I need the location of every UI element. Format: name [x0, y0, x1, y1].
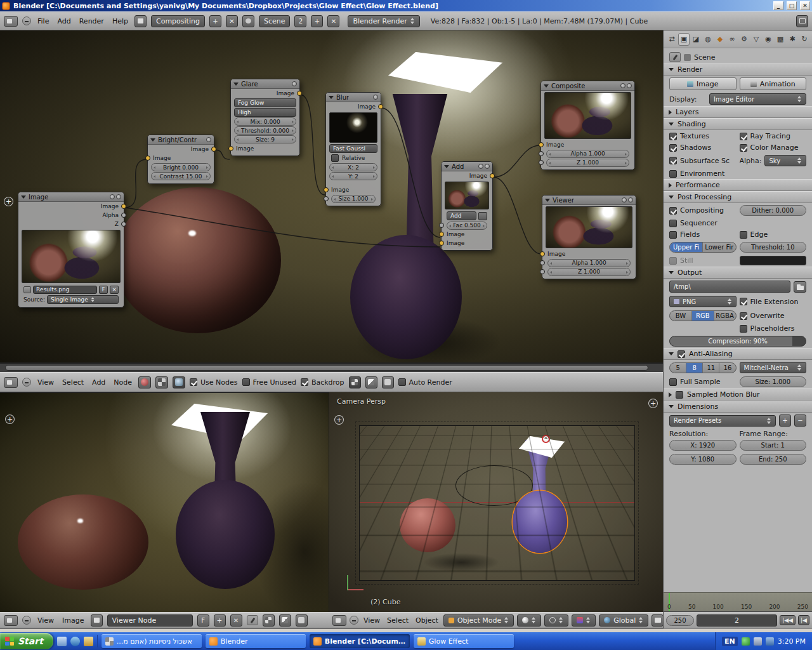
scrollbar-thumb[interactable]: [5, 365, 648, 371]
quick-launch-browser-icon[interactable]: [70, 637, 80, 646]
node-options-icon[interactable]: [628, 197, 633, 202]
display-dropdown[interactable]: Image Editor: [709, 93, 806, 105]
blur-filter-dropdown[interactable]: Fast Gaussi: [329, 144, 377, 153]
volume-icon[interactable]: [754, 637, 762, 646]
alpha-dropdown[interactable]: Sky: [764, 155, 806, 166]
texture-nodes-icon[interactable]: [155, 376, 168, 388]
collapse-icon[interactable]: [545, 199, 550, 202]
alpha-field[interactable]: Alpha 1.000: [546, 150, 629, 158]
use-nodes-checkbox[interactable]: Use Nodes: [190, 378, 238, 387]
fields-checkbox[interactable]: Fields: [669, 230, 700, 239]
clamp-toggle-icon[interactable]: [478, 212, 487, 220]
socket-image-output[interactable]: [211, 147, 216, 152]
socket-z-output[interactable]: [121, 222, 126, 227]
node-add[interactable]: Add Image Add Fac 0.500 Image Image: [441, 161, 493, 251]
glare-type-dropdown[interactable]: Fog Glow: [234, 98, 296, 107]
file-format-dropdown[interactable]: PNG: [669, 296, 737, 307]
anti-aliasing-checkbox[interactable]: [678, 350, 685, 358]
color-manage-checkbox[interactable]: Color Manage: [740, 143, 799, 152]
socket-alpha-input[interactable]: [539, 151, 544, 156]
resolution-y-field[interactable]: Y: 1080: [669, 454, 737, 465]
node-preview-toggle-icon[interactable]: [620, 83, 625, 88]
region-expand-button[interactable]: +: [5, 415, 15, 424]
motion-blur-checkbox[interactable]: [676, 391, 683, 399]
node-bright-contrast[interactable]: Bright/Contr Image Image Bright 0.000 Co…: [147, 135, 214, 184]
size-field[interactable]: Size: 9: [234, 135, 296, 143]
quick-launch-folder-icon[interactable]: [84, 637, 93, 646]
minimize-button[interactable]: _: [773, 1, 783, 10]
subsurface-checkbox[interactable]: Subsurface Sc: [669, 157, 730, 165]
socket-image-output[interactable]: [378, 104, 383, 109]
properties-tab-world[interactable]: ◍: [702, 33, 714, 46]
menu-image[interactable]: Image: [60, 616, 86, 625]
menu-view[interactable]: View: [36, 378, 56, 387]
taskbar-task-hebrew[interactable]: אשכול ניסיונות (אתם מ...: [102, 634, 202, 648]
file-extension-checkbox[interactable]: File Extension: [740, 298, 799, 306]
folder-icon[interactable]: [794, 281, 806, 293]
socket-fac-input[interactable]: [439, 223, 444, 228]
region-expand-button[interactable]: +: [334, 415, 344, 425]
image-datablock-field[interactable]: Viewer Node: [107, 614, 193, 627]
collapse-icon[interactable]: [444, 165, 449, 168]
textures-checkbox[interactable]: Textures: [669, 132, 709, 140]
rgba-toggle[interactable]: RGBA: [714, 311, 736, 321]
screen-layout-dropdown[interactable]: Compositing: [151, 15, 205, 27]
menu-file[interactable]: File: [36, 17, 51, 26]
blur-size-field[interactable]: Size 1.000: [331, 195, 376, 203]
placeholders-checkbox[interactable]: Placeholders: [740, 324, 795, 333]
socket-image-output[interactable]: [121, 204, 126, 209]
maximize-button[interactable]: □: [787, 1, 797, 10]
socket-z-input[interactable]: [539, 160, 544, 165]
render-engine-dropdown[interactable]: Blender Render: [348, 15, 419, 27]
language-indicator[interactable]: EN: [722, 637, 738, 646]
window-titlebar[interactable]: Blender [C:\Documents and Settings\yaniv…: [0, 0, 812, 11]
collapse-icon[interactable]: [329, 96, 334, 99]
aa-samples-5[interactable]: 5: [670, 363, 686, 373]
node-editor-canvas[interactable]: + Image Image Alpha Z Results.png F ✕ So…: [0, 30, 663, 363]
blend-mode-dropdown[interactable]: Add: [447, 211, 476, 220]
shadows-checkbox[interactable]: Shadows: [669, 143, 711, 152]
environment-checkbox[interactable]: Environment: [669, 169, 724, 178]
node-glare[interactable]: Glare Image Fog Glow High Mix: 0.000 Thr…: [230, 79, 300, 156]
editor-type-icon[interactable]: [4, 16, 18, 27]
node-options-icon[interactable]: [116, 194, 121, 199]
properties-tab-render[interactable]: ▣: [678, 33, 690, 46]
unlink-image-button[interactable]: ✕: [230, 614, 242, 627]
socket-image-output[interactable]: [490, 173, 495, 178]
auto-render-checkbox[interactable]: Auto Render: [398, 378, 452, 387]
shading-dropdown[interactable]: [517, 614, 541, 627]
compositing-nodes-icon[interactable]: [173, 376, 185, 388]
taskbar-task-blender-file[interactable]: Blender [C:\Documen...: [310, 634, 410, 648]
add-preset-button[interactable]: +: [779, 415, 791, 427]
menu-help[interactable]: Help: [110, 17, 130, 26]
panel-post-processing-header[interactable]: Post Processing: [664, 191, 812, 203]
menu-node[interactable]: Node: [112, 378, 134, 387]
panel-output-header[interactable]: Output: [664, 267, 812, 279]
node-preview-toggle-icon[interactable]: [110, 194, 115, 199]
frame-end-field[interactable]: End: 250: [740, 454, 807, 465]
aa-filter-dropdown[interactable]: Mitchell-Netra: [740, 362, 807, 373]
edge-color-swatch[interactable]: [740, 256, 807, 265]
socket-image2-input[interactable]: [439, 241, 444, 246]
socket-alpha-output[interactable]: [121, 213, 126, 218]
jump-to-start-button[interactable]: |◀◀: [780, 615, 796, 625]
collapse-icon[interactable]: [150, 138, 155, 142]
panel-performance-header[interactable]: Performance: [664, 179, 812, 191]
compositing-checkbox[interactable]: Compositing: [669, 206, 724, 215]
edge-threshold-field[interactable]: Threshold: 10: [740, 242, 807, 253]
panel-motion-blur-header[interactable]: Sampled Motion Blur: [664, 388, 812, 401]
collapse-icon[interactable]: [21, 196, 26, 199]
backdrop-alpha-channel-icon[interactable]: [365, 376, 377, 388]
properties-tab-scene[interactable]: ◪: [690, 33, 702, 46]
fake-user-button[interactable]: F: [197, 614, 209, 627]
render-animation-button[interactable]: Animation: [740, 77, 807, 90]
channel-color-icon[interactable]: [263, 614, 275, 627]
socket-image-input[interactable]: [540, 251, 545, 256]
free-unused-checkbox[interactable]: Free Unused: [242, 378, 296, 387]
node-options-icon[interactable]: [373, 95, 378, 100]
blur-y-field[interactable]: Y: 2: [329, 172, 377, 180]
frame-start-field[interactable]: Start: 1: [740, 440, 807, 451]
glare-quality-dropdown[interactable]: High: [234, 108, 296, 117]
security-shield-icon[interactable]: [742, 637, 750, 646]
menu-view[interactable]: View: [362, 616, 382, 625]
